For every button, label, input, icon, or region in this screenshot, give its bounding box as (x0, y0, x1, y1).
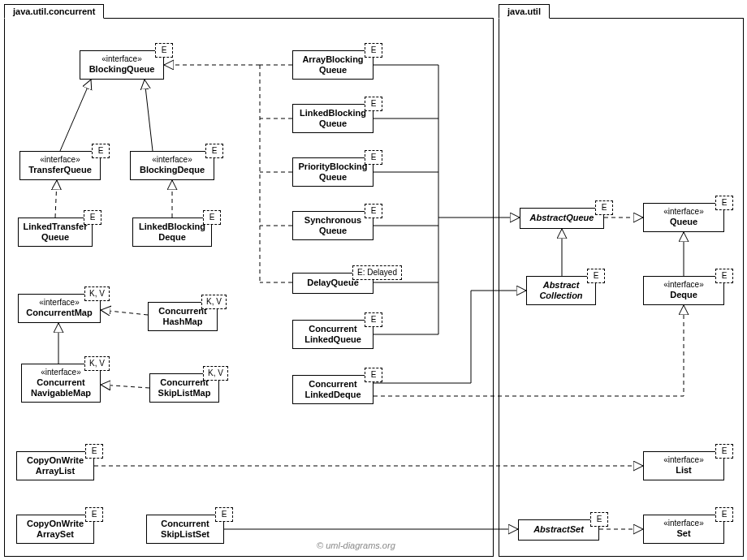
class-abstractqueue: AbstractQueue E (520, 208, 604, 229)
badge-e: E (203, 210, 221, 225)
class-priorityblockingqueue: PriorityBlocking Queue E (292, 157, 374, 187)
watermark: © uml-diagrams.org (317, 541, 395, 550)
badge-e: E (365, 312, 382, 327)
badge-e: E (84, 210, 101, 225)
class-name-l1: CopyOnWrite (27, 519, 84, 529)
stereotype: «interface» (152, 155, 192, 165)
class-concurrentmap: «interface» ConcurrentMap K, V (18, 294, 101, 323)
package-tab-concurrent: java.util.concurrent (4, 4, 104, 19)
badge-kv: K, V (201, 295, 227, 309)
badge-e: E (595, 200, 613, 215)
class-synchronousqueue: Synchronous Queue E (292, 211, 374, 240)
class-name: Set (676, 528, 690, 539)
class-list: «interface» List E (643, 451, 724, 480)
class-name-l2: NavigableMap (31, 388, 91, 398)
class-name-l2: ArraySet (37, 529, 74, 540)
class-name-l2: HashMap (163, 317, 203, 327)
class-name: BlockingDeque (140, 165, 205, 175)
class-name-l1: Concurrent (37, 377, 84, 388)
class-name: AbstractQueue (530, 213, 594, 223)
class-copyonwritearraylist: CopyOnWrite ArrayList E (16, 451, 94, 480)
class-concurrentlinkeddeque: Concurrent LinkedDeque E (292, 375, 374, 404)
class-linkedblockingdeque: LinkedBlocking Deque E (132, 218, 212, 247)
badge-e: E (365, 43, 382, 58)
class-linkedtransferqueue: LinkedTransfer Queue E (18, 218, 93, 247)
class-delayqueue: DelayQueue E: Delayed (292, 273, 374, 294)
class-name-l1: LinkedTransfer (24, 222, 88, 232)
class-name-l1: Concurrent (309, 379, 356, 390)
class-name-l2: Queue (41, 232, 69, 243)
badge-e: E (715, 444, 733, 459)
class-deque: «interface» Deque E (643, 276, 724, 305)
class-concurrentskiplistmap: Concurrent SkipListMap K, V (149, 373, 219, 403)
badge-edelayed: E: Delayed (352, 265, 402, 280)
class-name-l2: Queue (319, 172, 347, 183)
class-transferqueue: «interface» TransferQueue E (19, 151, 101, 180)
class-name-l1: Concurrent (161, 519, 209, 529)
package-label-util: java.util (507, 6, 541, 16)
badge-e: E (85, 444, 103, 459)
class-name-l2: SkipListMap (158, 388, 211, 398)
stereotype: «interface» (40, 155, 80, 165)
class-name: BlockingQueue (89, 64, 155, 75)
class-name-l2: Deque (158, 232, 186, 243)
class-name: Queue (670, 217, 697, 227)
class-name-l1: Abstract (543, 280, 580, 291)
package-tab-util: java.util (499, 4, 550, 19)
badge-e: E (715, 196, 733, 210)
class-name-l1: Concurrent (160, 377, 208, 388)
stereotype: «interface» (41, 368, 80, 377)
badge-e: E (365, 150, 382, 165)
class-abstractcollection: Abstract Collection E (526, 276, 596, 305)
stereotype: «interface» (663, 207, 703, 217)
class-name-l2: ArrayList (36, 466, 75, 476)
class-queue: «interface» Queue E (643, 203, 724, 232)
class-name-l2: Queue (319, 226, 347, 236)
class-name: List (676, 465, 692, 476)
class-abstractset: AbstractSet E (518, 519, 599, 541)
badge-e: E (365, 204, 382, 218)
class-name-l2: LinkedQueue (304, 334, 361, 345)
badge-e: E (715, 507, 733, 522)
class-name-l2: SkipListSet (161, 529, 209, 540)
package-label-concurrent: java.util.concurrent (13, 6, 95, 16)
class-name-l2: Queue (319, 118, 347, 129)
badge-kv: K, V (203, 366, 228, 381)
badge-e: E (205, 144, 223, 158)
class-name-l1: Concurrent (309, 324, 356, 334)
class-concurrentskiplistset: Concurrent SkipListSet E (146, 515, 224, 544)
badge-e: E (365, 97, 382, 111)
stereotype: «interface» (39, 298, 79, 308)
class-linkedblockingqueue: LinkedBlocking Queue E (292, 104, 374, 133)
class-name-l2: Collection (539, 291, 582, 301)
badge-e: E (365, 368, 382, 382)
badge-e: E (155, 43, 173, 58)
class-name-l2: Queue (319, 65, 347, 75)
stereotype: «interface» (663, 280, 703, 290)
class-concurrentlinkedqueue: Concurrent LinkedQueue E (292, 320, 374, 349)
badge-e: E (715, 269, 733, 283)
badge-e: E (587, 269, 605, 283)
class-name-l1: LinkedBlocking (139, 222, 205, 232)
badge-e: E (92, 144, 110, 158)
class-name-l1: LinkedBlocking (300, 108, 366, 118)
class-name: TransferQueue (28, 165, 92, 175)
class-copyonwritearrayset: CopyOnWrite ArraySet E (16, 515, 94, 544)
class-concurrentnavigablemap: «interface» Concurrent NavigableMap K, V (21, 364, 101, 403)
class-name-l1: Concurrent (158, 306, 206, 317)
class-blockingdeque: «interface» BlockingDeque E (130, 151, 214, 180)
class-name: AbstractSet (533, 524, 584, 535)
badge-e: E (215, 507, 233, 522)
class-blockingqueue: «interface» BlockingQueue E (80, 50, 164, 80)
class-set: «interface» Set E (643, 515, 724, 544)
badge-e: E (590, 512, 608, 527)
class-name-l2: LinkedDeque (304, 390, 361, 400)
class-concurrenthashmap: Concurrent HashMap K, V (148, 302, 218, 331)
class-name-l1: CopyOnWrite (27, 455, 84, 466)
class-arrayblockingqueue: ArrayBlocking Queue E (292, 50, 374, 80)
class-name-l1: PriorityBlocking (299, 162, 368, 172)
stereotype: «interface» (663, 519, 703, 528)
badge-kv: K, V (84, 286, 110, 301)
badge-kv: K, V (84, 356, 110, 371)
class-name-l1: Synchronous (304, 215, 361, 226)
